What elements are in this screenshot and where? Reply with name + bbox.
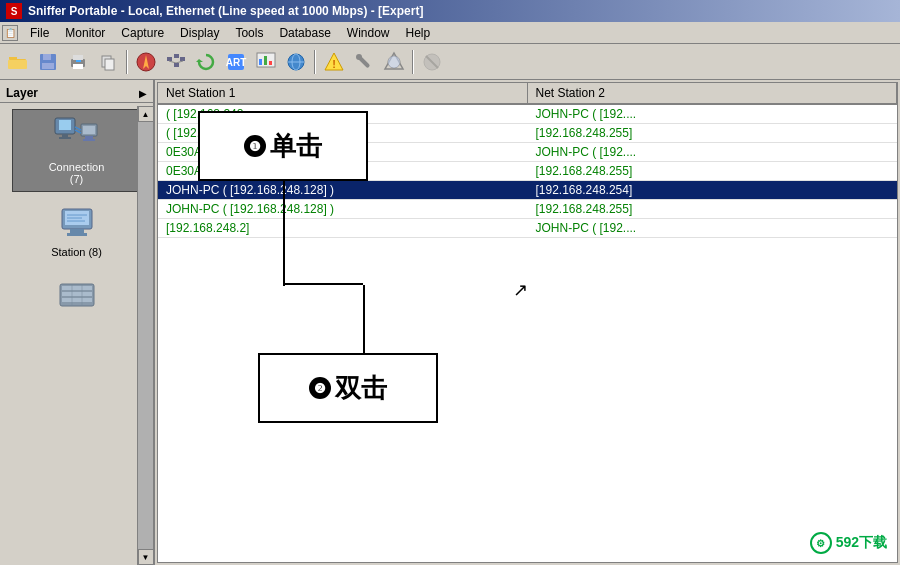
cell-7-1: [192.168.248.2]	[158, 219, 528, 237]
menu-display[interactable]: Display	[172, 24, 227, 42]
title-text: Sniffer Portable - Local, Ethernet (Line…	[28, 4, 423, 18]
watermark: ⚙ 592下载	[810, 532, 887, 554]
cell-3-1: 0E30A653D86E4B2 ( [192.168.248....	[158, 143, 528, 161]
station-label: Station (8)	[51, 246, 102, 258]
title-bar: S Sniffer Portable - Local, Ethernet (Li…	[0, 0, 900, 22]
table-row[interactable]: 0E30A653D86E4B2 ( [192.168.248.... [192.…	[158, 162, 897, 181]
scroll-down-arrow[interactable]: ▼	[138, 549, 154, 565]
cell-6-2: [192.168.248.255]	[528, 200, 898, 218]
sidebar-expand-arrow[interactable]: ▶	[139, 88, 147, 99]
cell-2-1: ( [192.168.248....	[158, 124, 528, 142]
table-row[interactable]: JOHN-PC ( [192.168.248.128] ) [192.168.2…	[158, 200, 897, 219]
network-button[interactable]	[162, 48, 190, 76]
toolbar-sep-3	[412, 50, 414, 74]
menu-capture[interactable]: Capture	[113, 24, 172, 42]
warning-button[interactable]: !	[320, 48, 348, 76]
table-row[interactable]: ( [192.168.248.... JOHN-PC ( [192....	[158, 105, 897, 124]
table-row[interactable]: [192.168.248.2] JOHN-PC ( [192....	[158, 219, 897, 238]
svg-line-47	[75, 127, 81, 130]
svg-rect-8	[73, 64, 83, 69]
svg-rect-45	[85, 136, 93, 139]
svg-rect-44	[83, 126, 95, 134]
watermark-text: 592下载	[836, 534, 887, 552]
col-header-station1: Net Station 1	[158, 83, 528, 103]
sidebar-header-title: Layer	[6, 86, 38, 100]
menu-monitor[interactable]: Monitor	[57, 24, 113, 42]
menu-tools[interactable]: Tools	[227, 24, 271, 42]
svg-rect-0	[9, 57, 17, 59]
toolbar-sep-1	[126, 50, 128, 74]
station-icon	[57, 207, 97, 244]
connection-label: Connection(7)	[49, 161, 105, 185]
main-area: Layer ▶	[0, 80, 900, 565]
svg-rect-41	[62, 134, 68, 137]
svg-rect-59	[62, 298, 92, 302]
watermark-icon: ⚙	[810, 532, 832, 554]
menu-database[interactable]: Database	[271, 24, 338, 42]
cell-7-2: JOHN-PC ( [192....	[528, 219, 898, 237]
svg-rect-42	[59, 137, 71, 139]
svg-point-33	[356, 54, 362, 60]
menu-file[interactable]: File	[22, 24, 57, 42]
menu-help[interactable]: Help	[398, 24, 439, 42]
globe-button[interactable]	[282, 48, 310, 76]
cell-2-2: [192.168.248.255]	[528, 124, 898, 142]
menu-bar: 📋 File Monitor Capture Display Tools Dat…	[0, 22, 900, 44]
svg-rect-4	[43, 54, 51, 60]
sidebar-item-station[interactable]: Station (8)	[12, 200, 142, 265]
table-row[interactable]: 0E30A653D86E4B2 ( [192.168.248.... JOHN-…	[158, 143, 897, 162]
svg-rect-58	[62, 292, 92, 296]
monitor-button[interactable]	[132, 48, 160, 76]
menu-window[interactable]: Window	[339, 24, 398, 42]
refresh-button[interactable]	[192, 48, 220, 76]
svg-rect-14	[167, 57, 172, 61]
cell-6-1: JOHN-PC ( [192.168.248.128] )	[158, 200, 528, 218]
copy-button[interactable]	[94, 48, 122, 76]
cell-4-1: 0E30A653D86E4B2 ( [192.168.248....	[158, 162, 528, 180]
print-button[interactable]	[64, 48, 92, 76]
svg-rect-9	[76, 60, 81, 62]
app-icon: S	[6, 3, 22, 19]
protocol-icon	[57, 280, 97, 317]
svg-line-18	[176, 61, 183, 63]
table-row[interactable]: ( [192.168.248.... [192.168.248.255]	[158, 124, 897, 143]
svg-text:!: !	[332, 58, 336, 70]
scroll-up-arrow[interactable]: ▲	[138, 106, 154, 122]
svg-rect-46	[83, 139, 95, 141]
cell-3-2: JOHN-PC ( [192....	[528, 143, 898, 161]
svg-rect-2	[8, 60, 27, 69]
svg-point-36	[388, 56, 400, 68]
world-button[interactable]	[380, 48, 408, 76]
cell-1-1: ( [192.168.248....	[158, 105, 528, 123]
svg-rect-5	[42, 63, 54, 69]
svg-rect-24	[259, 59, 262, 65]
sidebar-item-protocol[interactable]	[12, 273, 142, 326]
sidebar: Layer ▶	[0, 80, 155, 565]
svg-rect-11	[105, 59, 114, 70]
scroll-track[interactable]	[138, 122, 153, 549]
table-row-selected[interactable]: JOHN-PC ( [192.168.248.128] ) [192.168.2…	[158, 181, 897, 200]
table-header: Net Station 1 Net Station 2	[158, 83, 897, 105]
wrench-button[interactable]	[350, 48, 378, 76]
table-body: ( [192.168.248.... JOHN-PC ( [192.... ( …	[158, 105, 897, 562]
toolbar-sep-2	[314, 50, 316, 74]
save-button[interactable]	[34, 48, 62, 76]
svg-marker-20	[196, 59, 203, 62]
connection-icon	[53, 116, 101, 159]
sidebar-header: Layer ▶	[0, 84, 153, 103]
col-header-station2: Net Station 2	[528, 83, 898, 103]
svg-rect-26	[269, 61, 272, 65]
cell-1-2: JOHN-PC ( [192....	[528, 105, 898, 123]
svg-rect-19	[174, 63, 179, 67]
cell-5-2: [192.168.248.254]	[528, 181, 898, 199]
cell-5-1: JOHN-PC ( [192.168.248.128] )	[158, 181, 528, 199]
open-button[interactable]	[4, 48, 32, 76]
menu-bar-icon: 📋	[2, 25, 18, 41]
art-button[interactable]: ART	[222, 48, 250, 76]
svg-text:ART: ART	[226, 57, 247, 68]
svg-line-17	[169, 61, 176, 63]
svg-rect-15	[174, 54, 179, 58]
chart-button[interactable]	[252, 48, 280, 76]
sidebar-scrollbar[interactable]: ▲ ▼	[137, 106, 153, 565]
sidebar-item-connection[interactable]: Connection(7)	[12, 109, 142, 192]
